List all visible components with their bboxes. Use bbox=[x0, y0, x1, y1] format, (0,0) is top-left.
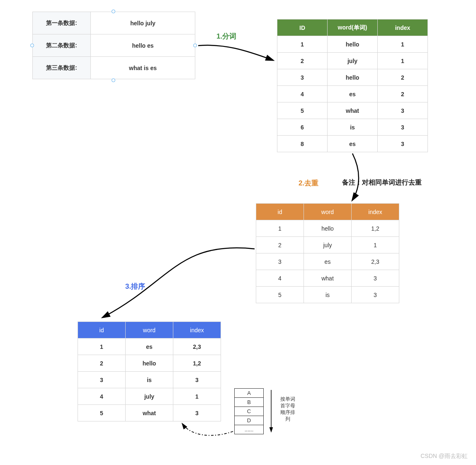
table-row: 1hello1 bbox=[277, 36, 428, 53]
table-row: 第三条数据: what is es bbox=[33, 57, 195, 79]
col-header: id bbox=[256, 204, 304, 220]
table-row: 3is3 bbox=[78, 372, 221, 388]
col-header: word bbox=[304, 204, 352, 220]
source-value: hello july bbox=[91, 12, 195, 34]
table-row: 2july1 bbox=[277, 53, 428, 69]
alpha-caption: 按单词 首字母 顺序排 列 bbox=[278, 396, 298, 422]
table-row: 1es2,3 bbox=[78, 338, 221, 355]
col-header: id bbox=[78, 322, 126, 338]
source-label: 第三条数据: bbox=[33, 57, 91, 79]
alphabet-list: A B C D ...... bbox=[234, 388, 264, 434]
table-row: 4july1 bbox=[78, 388, 221, 405]
table-row: 3hello2 bbox=[277, 69, 428, 86]
table-row: 4what3 bbox=[256, 270, 399, 287]
selection-handle-icon[interactable] bbox=[112, 10, 115, 13]
table-row: 1hello1,2 bbox=[256, 220, 399, 237]
step3-label: 3.排序 bbox=[125, 282, 145, 291]
table-row: 第二条数据: hello es bbox=[33, 34, 195, 57]
source-label: 第一条数据: bbox=[33, 12, 91, 34]
step1-label: 1.分词 bbox=[216, 32, 236, 41]
col-header: ID bbox=[277, 19, 328, 36]
col-header: index bbox=[352, 204, 399, 220]
table-row: 5is3 bbox=[256, 287, 399, 303]
sorted-table: id word index 1es2,3 2hello1,2 3is3 4jul… bbox=[78, 321, 221, 421]
col-header: index bbox=[173, 322, 221, 338]
table-row: 6is3 bbox=[277, 119, 428, 136]
table-row: 2july1 bbox=[256, 237, 399, 253]
table-row: 8es3 bbox=[277, 136, 428, 152]
arrow-step2-icon bbox=[352, 153, 359, 200]
table-row: 5what3 bbox=[78, 405, 221, 421]
source-value: what is es bbox=[91, 57, 195, 79]
arrow-alpha-icon bbox=[182, 424, 233, 436]
table-row: 3es2,3 bbox=[256, 253, 399, 270]
selection-handle-icon[interactable] bbox=[193, 44, 197, 47]
watermark: CSDN @雨去彩虹 bbox=[420, 453, 468, 460]
col-header: word(单词) bbox=[328, 19, 378, 36]
col-header: index bbox=[378, 19, 428, 36]
source-data-table: 第一条数据: hello july 第二条数据: hello es 第三条数据:… bbox=[32, 12, 195, 79]
arrow-step1-icon bbox=[198, 45, 273, 60]
tokenized-table: ID word(单词) index 1hello1 2july1 3hello2… bbox=[277, 19, 428, 152]
table-row: 2hello1,2 bbox=[78, 355, 221, 372]
step2-label: 2.去重 bbox=[299, 178, 318, 188]
source-value: hello es bbox=[91, 34, 195, 57]
table-row: 5what3 bbox=[277, 102, 428, 119]
source-label: 第二条数据: bbox=[33, 34, 91, 57]
dedup-note: 备注：对相同单词进行去重 bbox=[342, 178, 422, 187]
dedup-table: id word index 1hello1,2 2july1 3es2,3 4w… bbox=[256, 203, 399, 303]
table-row: 4es2 bbox=[277, 86, 428, 102]
table-row: 第一条数据: hello july bbox=[33, 12, 195, 34]
col-header: word bbox=[126, 322, 173, 338]
selection-handle-icon[interactable] bbox=[30, 44, 34, 47]
selection-handle-icon[interactable] bbox=[112, 78, 115, 82]
